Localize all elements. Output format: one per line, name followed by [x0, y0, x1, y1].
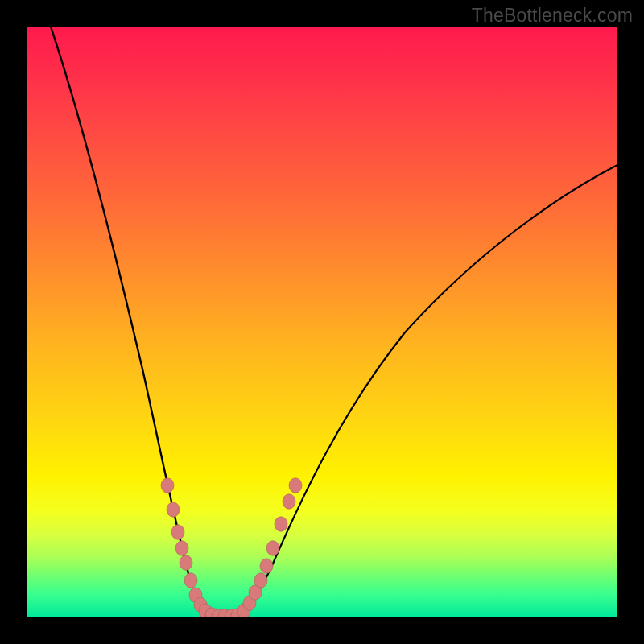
curve-right: [236, 165, 617, 617]
watermark-text: TheBottleneck.com: [472, 5, 633, 27]
data-marker: [161, 478, 174, 493]
data-marker: [260, 559, 273, 573]
data-marker: [283, 494, 295, 509]
data-marker: [266, 541, 279, 555]
data-marker: [184, 573, 197, 588]
plot-area: [27, 27, 617, 617]
chart-svg: [27, 27, 617, 617]
data-marker: [175, 541, 188, 555]
data-marker: [289, 478, 302, 493]
curve-left: [51, 27, 220, 617]
data-marker: [167, 502, 180, 517]
data-marker: [180, 555, 192, 570]
chart-frame: TheBottleneck.com: [0, 0, 644, 644]
data-marker: [254, 573, 267, 588]
data-marker: [275, 517, 287, 531]
data-marker: [171, 525, 184, 539]
